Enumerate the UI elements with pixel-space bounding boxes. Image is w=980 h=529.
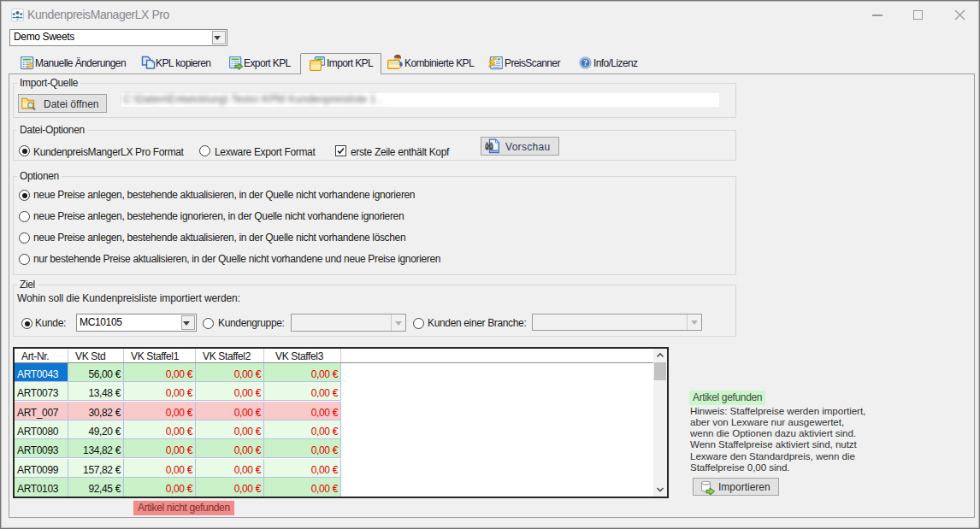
svg-text:?: ?	[583, 59, 587, 68]
